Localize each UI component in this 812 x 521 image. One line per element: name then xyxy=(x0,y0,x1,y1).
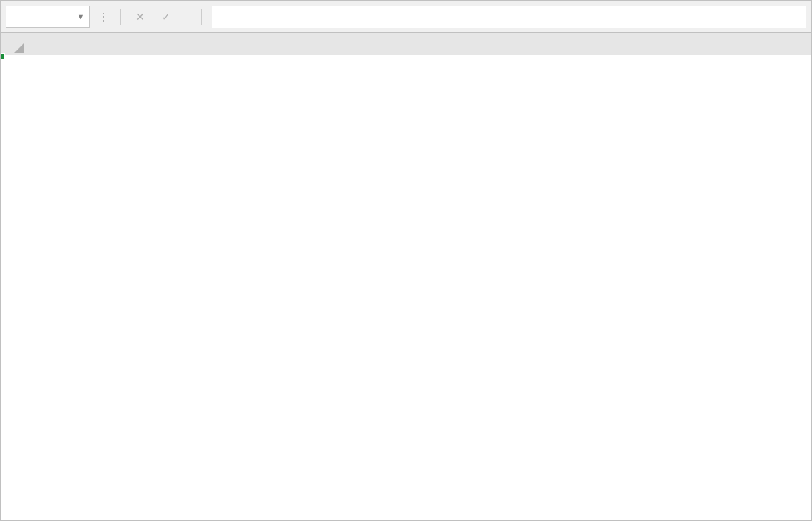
enter-icon[interactable]: ✓ xyxy=(156,7,176,26)
select-all-corner[interactable] xyxy=(1,33,26,55)
name-box[interactable]: ▼ xyxy=(6,6,90,28)
cancel-icon[interactable]: ✕ xyxy=(131,7,150,26)
grid xyxy=(1,33,811,521)
more-icon: ⋮ xyxy=(96,10,111,23)
column-headers-row xyxy=(1,33,811,55)
highlight-box xyxy=(1,55,4,59)
divider xyxy=(201,9,202,25)
formula-input[interactable] xyxy=(212,6,806,28)
formula-bar: ▼ ⋮ ✕ ✓ xyxy=(1,1,811,33)
divider xyxy=(120,9,121,25)
chevron-down-icon: ▼ xyxy=(77,13,84,21)
spreadsheet-window: ▼ ⋮ ✕ ✓ xyxy=(0,0,812,521)
selection-box xyxy=(1,55,4,59)
